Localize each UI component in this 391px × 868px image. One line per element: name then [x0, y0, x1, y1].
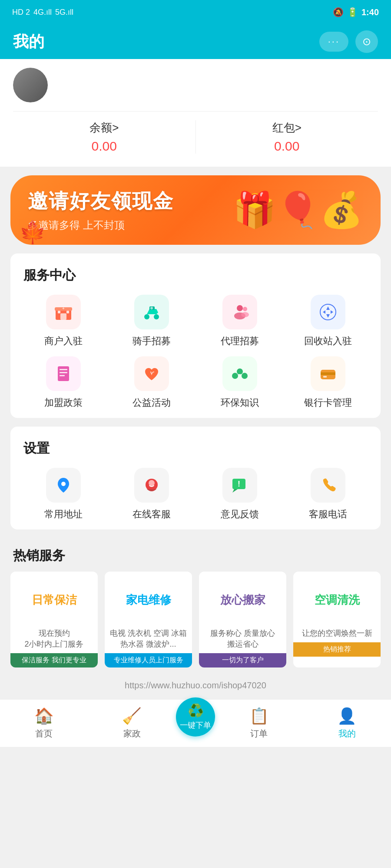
nav-item-quick-order[interactable]: ♻️ 一键下单	[176, 697, 215, 736]
service-item-charity[interactable]: 公益活动	[107, 356, 196, 409]
scan-button[interactable]: ⊙	[355, 30, 378, 53]
svg-rect-17	[60, 372, 67, 373]
svg-rect-4	[66, 311, 69, 313]
nav-item-home[interactable]: 🏠 首页	[0, 707, 88, 740]
svg-rect-16	[60, 369, 67, 370]
svg-rect-15	[58, 366, 69, 381]
settings-label-online-service: 在线客服	[133, 508, 171, 521]
service-item-merchant[interactable]: + 商户入驻	[19, 295, 107, 348]
settings-icon-address	[46, 468, 81, 503]
balance-row: 余额> 0.00 红包> 0.00	[13, 111, 378, 154]
nav-icon-mine: 👤	[337, 707, 357, 725]
svg-marker-30	[232, 489, 238, 493]
invite-banner[interactable]: 🍁 邀请好友领现金 多邀请多得 上不封顶 🎁🎈💰	[10, 175, 381, 245]
settings-icon-feedback: !	[222, 468, 257, 503]
more-button[interactable]: ···	[319, 32, 348, 52]
service-item-bank[interactable]: 银行卡管理	[284, 356, 372, 409]
hot-item-cleaning[interactable]: 日常保洁 现在预约2小时内上门服务 保洁服务 我们更专业	[10, 572, 98, 667]
service-icon-bank	[311, 356, 345, 391]
nav-label-home: 首页	[35, 728, 53, 740]
svg-point-20	[232, 373, 238, 379]
svg-point-10	[237, 305, 243, 311]
svg-rect-24	[321, 372, 335, 375]
service-item-recycle[interactable]: 回收站入驻	[284, 295, 372, 348]
hot-item-tag-cleaning: 保洁服务 我们更专业	[10, 653, 98, 667]
settings-grid: 常用地址 在线客服 ! 意见反馈 客服电话	[19, 468, 372, 521]
hot-item-top-moving: 放心搬家	[199, 572, 286, 628]
balance-label: 余额>	[13, 120, 196, 135]
hot-item-tag-appliance: 专业维修人员上门服务	[105, 653, 192, 667]
nav-center-label: 一键下单	[180, 720, 211, 730]
service-icon-rider	[134, 295, 169, 329]
svg-text:!: !	[238, 480, 240, 488]
hot-item-moving[interactable]: 放心搬家 服务称心 质量放心搬运省心 一切为了客户	[199, 572, 286, 667]
settings-card: 设置 常用地址 在线客服 ! 意见反馈 客服电话	[10, 427, 381, 529]
service-label-bank: 银行卡管理	[304, 396, 352, 409]
service-center-card: 服务中心 + 商户入驻 骑手招募 代理招募 回收站入驻 加盟政策 公益活动	[10, 253, 381, 418]
settings-item-phone[interactable]: 客服电话	[284, 468, 372, 521]
redpacket-item[interactable]: 红包> 0.00	[196, 120, 378, 154]
signal-4g: 4G.ıll	[33, 8, 52, 17]
hot-item-ac[interactable]: 空调清洗 让您的空调焕然一新 热销推荐	[293, 572, 381, 667]
hot-item-title-moving: 放心搬家	[220, 592, 265, 608]
invite-banner-wrap: 🍁 邀请好友领现金 多邀请多得 上不封顶 🎁🎈💰	[0, 167, 391, 253]
nav-item-mine[interactable]: 👤 我的	[303, 707, 391, 740]
nav-label-housekeeping: 家政	[123, 728, 141, 740]
service-icon-agent	[222, 295, 257, 329]
service-label-charity: 公益活动	[133, 396, 171, 409]
service-label-rider: 骑手招募	[133, 335, 171, 348]
hot-item-desc-ac: 让您的空调焕然一新	[293, 628, 381, 639]
status-signals: HD 2 4G.ıll 5G.ıll	[12, 8, 73, 17]
service-item-rider[interactable]: 骑手招募	[107, 295, 196, 348]
nav-item-housekeeping[interactable]: 🧹 家政	[88, 707, 176, 740]
header: 我的 ··· ⊙	[0, 24, 391, 59]
settings-icon-online-service	[134, 468, 169, 503]
banner-decoration: 🎁🎈💰	[233, 190, 363, 230]
service-label-eco: 环保知识	[221, 396, 259, 409]
service-icon-recycle	[311, 295, 345, 329]
redpacket-label: 红包>	[196, 120, 378, 135]
svg-rect-25	[323, 376, 327, 378]
service-label-merchant: 商户入驻	[44, 335, 83, 348]
hot-item-title-cleaning: 日常保洁	[32, 592, 77, 608]
hot-item-title-appliance: 家电维修	[126, 592, 171, 608]
svg-point-28	[149, 480, 155, 486]
svg-point-19	[237, 368, 243, 375]
hot-services-grid: 日常保洁 现在预约2小时内上门服务 保洁服务 我们更专业 家电维修 电视 洗衣机…	[0, 572, 391, 676]
hot-services-title: 热销服务	[0, 538, 391, 572]
service-item-policy[interactable]: 加盟政策	[19, 356, 107, 409]
hot-item-desc-cleaning: 现在预约2小时内上门服务	[10, 628, 98, 650]
service-grid: + 商户入驻 骑手招募 代理招募 回收站入驻 加盟政策 公益活动 环保知识	[19, 295, 372, 409]
settings-item-address[interactable]: 常用地址	[19, 468, 107, 521]
avatar[interactable]	[13, 68, 48, 102]
header-actions: ··· ⊙	[319, 30, 378, 53]
service-label-policy: 加盟政策	[44, 396, 83, 409]
nav-icon-orders: 📋	[249, 707, 269, 725]
nav-item-orders[interactable]: 📋 订单	[215, 707, 303, 740]
watermark: https://www.huzhuo.com/ishop47020	[0, 676, 391, 699]
service-item-agent[interactable]: 代理招募	[196, 295, 284, 348]
nav-center-icon: ♻️	[188, 703, 204, 718]
settings-label-feedback: 意见反馈	[221, 508, 259, 521]
svg-point-6	[144, 314, 149, 319]
leaf-deco: 🍁	[19, 220, 46, 245]
nav-label-mine: 我的	[338, 728, 356, 740]
balance-item[interactable]: 余额> 0.00	[13, 120, 196, 154]
hot-item-appliance[interactable]: 家电维修 电视 洗衣机 空调 冰箱热水器 微波炉... 专业维修人员上门服务	[105, 572, 192, 667]
settings-label-address: 常用地址	[44, 508, 83, 521]
battery-icon: 🔋	[347, 7, 358, 17]
hot-item-tag-ac: 热销推荐	[293, 642, 381, 657]
page-title: 我的	[13, 31, 44, 53]
balance-value: 0.00	[13, 139, 196, 154]
status-right: 🔕 🔋 1:40	[333, 7, 379, 17]
svg-point-26	[61, 482, 66, 486]
svg-point-22	[238, 374, 242, 378]
settings-item-feedback[interactable]: ! 意见反馈	[196, 468, 284, 521]
settings-item-online-service[interactable]: 在线客服	[107, 468, 196, 521]
service-icon-merchant: +	[46, 295, 81, 329]
service-item-eco[interactable]: 环保知识	[196, 356, 284, 409]
svg-point-7	[154, 314, 159, 319]
redpacket-value: 0.00	[196, 139, 378, 154]
hot-item-top-appliance: 家电维修	[105, 572, 192, 628]
settings-icon-phone	[311, 468, 345, 503]
